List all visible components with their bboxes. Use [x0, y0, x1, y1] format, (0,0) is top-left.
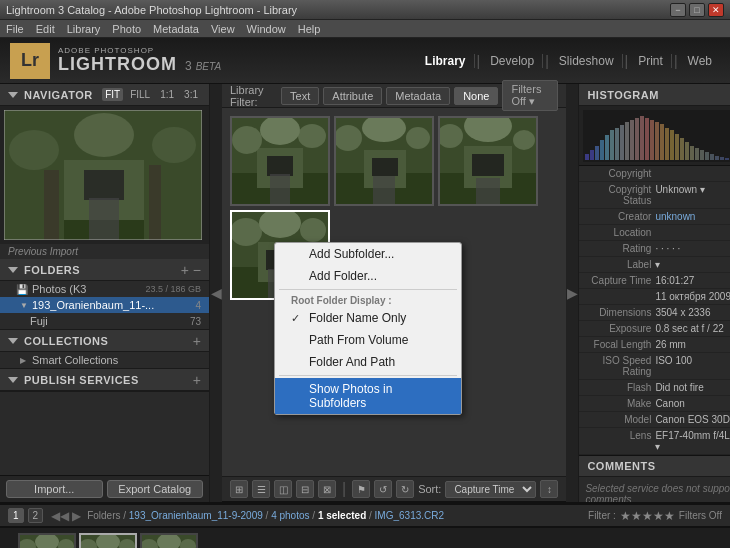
capture-time-value: 16:01:27 [655, 275, 730, 286]
filmstrip-left-arrow[interactable]: ◀ [0, 528, 14, 548]
publish-add-button[interactable]: + [193, 373, 201, 387]
menu-metadata[interactable]: Metadata [153, 23, 199, 35]
filmstrip-stars[interactable]: ★★★★★ [620, 509, 675, 523]
zoom-1-1[interactable]: 1:1 [157, 88, 177, 101]
filters-off-button[interactable]: Filters Off ▾ [502, 80, 558, 111]
grid-view-icon[interactable]: ⊞ [230, 480, 248, 498]
comments-title: Comments [587, 460, 655, 472]
ctx-add-folder[interactable]: Add Folder... [275, 265, 461, 287]
previous-import-label: Previous Import [0, 244, 209, 259]
sort-area: Sort: Capture Time File Name Rating ↕ [418, 480, 558, 498]
module-develop[interactable]: Develop [482, 54, 543, 68]
rotate-right-icon[interactable]: ↻ [396, 480, 414, 498]
zoom-fill[interactable]: FILL [127, 88, 153, 101]
module-library[interactable]: Library [417, 54, 475, 68]
creator-value[interactable]: unknown [655, 211, 730, 222]
collections-add-button[interactable]: + [193, 334, 201, 348]
close-button[interactable]: ✕ [708, 3, 724, 17]
folders-add-button[interactable]: + [181, 263, 189, 277]
film-thumb-1[interactable] [18, 533, 76, 548]
ctx-folder-and-path[interactable]: Folder And Path [275, 351, 461, 373]
menu-view[interactable]: View [211, 23, 235, 35]
workspace: Navigator FIT FILL 1:1 3:1 [0, 84, 730, 502]
location-value [655, 227, 730, 238]
survey-view-icon[interactable]: ⊟ [296, 480, 314, 498]
module-slideshow[interactable]: Slideshow [551, 54, 623, 68]
module-web[interactable]: Web [680, 54, 720, 68]
folders-header[interactable]: Folders + − [0, 259, 209, 281]
page-1-button[interactable]: 1 [8, 508, 24, 523]
folder-oranienbaum[interactable]: ▼ 193_Oranienbaum_11-... 4 [0, 297, 209, 313]
film-thumb-1-inner [20, 535, 74, 548]
svg-rect-64 [675, 134, 679, 160]
menu-help[interactable]: Help [298, 23, 321, 35]
menu-library[interactable]: Library [67, 23, 101, 35]
menu-photo[interactable]: Photo [112, 23, 141, 35]
people-view-icon[interactable]: ⊠ [318, 480, 336, 498]
label-field-value[interactable]: ▾ [655, 259, 730, 270]
comments-header[interactable]: Comments ▾ [579, 455, 730, 477]
photo-thumb-3[interactable] [438, 116, 538, 206]
rotate-left-icon[interactable]: ↺ [374, 480, 392, 498]
ctx-add-subfolder[interactable]: Add Subfolder... [275, 243, 461, 265]
flag-icon[interactable]: ⚑ [352, 480, 370, 498]
filmstrip-right-arrow[interactable]: ▶ [716, 528, 730, 548]
copyright-status-value[interactable]: Unknown ▾ [655, 184, 730, 206]
filter-bar: Library Filter: Text Attribute Metadata … [222, 84, 566, 108]
metadata-make: Make Canon [579, 396, 730, 412]
maximize-button[interactable]: □ [689, 3, 705, 17]
photo-thumb-1[interactable] [230, 116, 330, 206]
nav-prev-icon[interactable]: ◀◀ [51, 509, 69, 523]
svg-rect-49 [600, 140, 604, 160]
left-panel-collapse-arrow[interactable]: ◀ [210, 84, 222, 502]
export-catalog-button[interactable]: Export Catalog [107, 480, 204, 498]
folders-remove-button[interactable]: − [193, 263, 201, 277]
copyright-value [655, 168, 730, 179]
svg-rect-24 [372, 158, 398, 176]
collections-header[interactable]: Collections + [0, 330, 209, 352]
import-button[interactable]: Import... [6, 480, 103, 498]
svg-rect-6 [89, 198, 119, 240]
film-thumb-2[interactable] [79, 533, 137, 548]
filter-metadata-button[interactable]: Metadata [386, 87, 450, 105]
svg-rect-20 [270, 174, 290, 204]
menu-edit[interactable]: Edit [36, 23, 55, 35]
ctx-show-photos-subfolders[interactable]: Show Photos in Subfolders [275, 378, 461, 414]
make-label: Make [585, 398, 655, 409]
photo-thumb-2[interactable] [334, 116, 434, 206]
module-print[interactable]: Print [630, 54, 672, 68]
compare-view-icon[interactable]: ◫ [274, 480, 292, 498]
navigator-header[interactable]: Navigator FIT FILL 1:1 3:1 [0, 84, 209, 106]
filmstrip-filters-off[interactable]: Filters Off [679, 510, 722, 521]
publish-services-header[interactable]: Publish Services + [0, 369, 209, 391]
loupe-view-icon[interactable]: ☰ [252, 480, 270, 498]
date-label [585, 291, 655, 302]
page-2-button[interactable]: 2 [28, 508, 44, 523]
right-center-arrow[interactable]: ▶ [566, 84, 578, 502]
folder-photos-k3[interactable]: 💾 Photos (K3 23.5 / 186 GB [0, 281, 209, 297]
zoom-fit[interactable]: FIT [102, 88, 123, 101]
histogram-header[interactable]: Histogram ▾ [579, 84, 730, 106]
folder-photos-k3-size: 23.5 / 186 GB [145, 284, 201, 294]
ctx-folder-name-only[interactable]: ✓ Folder Name Only [275, 307, 461, 329]
filter-none-button[interactable]: None [454, 87, 498, 105]
rating-value[interactable]: · · · · · [655, 243, 730, 254]
nav-next-icon[interactable]: ▶ [72, 509, 81, 523]
film-thumb-3[interactable] [140, 533, 198, 548]
menu-file[interactable]: File [6, 23, 24, 35]
lens-value[interactable]: EF17-40mm f/4L US ▾ [655, 430, 730, 452]
minimize-button[interactable]: − [670, 3, 686, 17]
zoom-3-1[interactable]: 3:1 [181, 88, 201, 101]
smart-collections-item[interactable]: ▶ Smart Collections [0, 352, 209, 368]
folder-fuji[interactable]: Fuji 73 [0, 313, 209, 329]
sort-direction-icon[interactable]: ↕ [540, 480, 558, 498]
folder-photos-k3-name: Photos (K3 [32, 283, 86, 295]
date-value[interactable]: 11 октября 2009 г. ▾ [655, 291, 730, 302]
svg-point-26 [406, 127, 430, 149]
menu-window[interactable]: Window [247, 23, 286, 35]
filter-attribute-button[interactable]: Attribute [323, 87, 382, 105]
sort-select[interactable]: Capture Time File Name Rating [445, 481, 536, 498]
filter-text-button[interactable]: Text [281, 87, 319, 105]
ctx-path-from-volume[interactable]: Path From Volume [275, 329, 461, 351]
svg-rect-32 [472, 154, 504, 176]
